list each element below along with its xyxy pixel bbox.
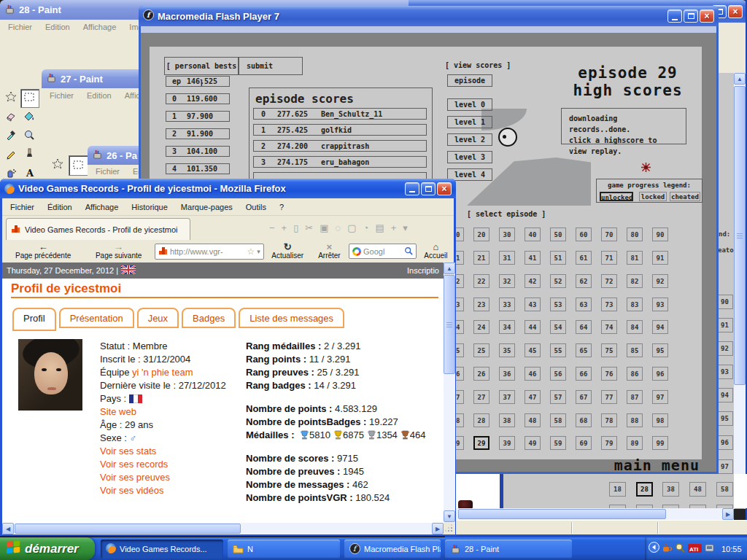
airbrush-tool-icon[interactable]	[4, 166, 18, 179]
episode-cell-68[interactable]: 68	[576, 413, 592, 427]
episode-cell-40[interactable]: 40	[525, 228, 541, 241]
main-menu-button[interactable]: main menu	[527, 456, 700, 472]
episode-cell-71[interactable]: 71	[601, 251, 617, 265]
episode-cell-92[interactable]: 92	[716, 341, 733, 356]
submit-button[interactable]: submit	[239, 57, 303, 75]
episode-cell-55[interactable]: 55	[550, 343, 566, 357]
tab-présentation[interactable]: Présentation	[59, 308, 134, 328]
episode-cell-35[interactable]: 35	[499, 343, 515, 357]
episode-cell-32[interactable]: 32	[499, 274, 515, 288]
picker-tool-icon[interactable]	[4, 128, 18, 141]
episode-cell-93[interactable]: 93	[652, 298, 668, 311]
episode-cell-70[interactable]: 70	[601, 228, 617, 241]
legend-cheated[interactable]: cheated	[670, 192, 700, 201]
episode-cell-24[interactable]: 24	[473, 320, 489, 334]
select-tool-icon[interactable]	[71, 158, 85, 171]
episode-cell-92[interactable]: 92	[652, 274, 668, 288]
episode-cell-72[interactable]: 72	[601, 274, 617, 288]
episode-score-row[interactable]: 1275.425golfkid	[253, 124, 427, 136]
taskbar-task-3[interactable]: fMacromedia Flash Pla...	[344, 540, 441, 559]
start-button[interactable]: démarrer	[0, 537, 95, 560]
menu-item-fichier[interactable]: Fichier	[89, 166, 126, 177]
episode-cell-74[interactable]: 74	[601, 320, 617, 334]
site-inscription-link[interactable]: Inscriptio	[407, 266, 439, 275]
url-text[interactable]: http://www.vgr-	[170, 247, 245, 256]
winb-scroll-right-icon[interactable]: ▶	[722, 508, 734, 520]
taskbar-task-1[interactable]: Video Games Records...	[101, 540, 223, 559]
episode-cell-64[interactable]: 64	[576, 320, 592, 334]
episode-score-row[interactable]: 2274.200crappitrash	[253, 140, 427, 152]
episode-cell-46[interactable]: 46	[525, 367, 541, 381]
episode-cell-30[interactable]: 30	[499, 228, 515, 241]
episode-cell-48[interactable]: 48	[689, 482, 706, 497]
menu-item-dition[interactable]: Édition	[41, 201, 79, 213]
bookmark-star-icon[interactable]: ☆	[247, 246, 255, 257]
episode-cell-97[interactable]: 97	[652, 390, 668, 404]
menu-item-fichier[interactable]: Fichier	[1, 21, 39, 33]
episode-cell-45[interactable]: 45	[525, 343, 541, 357]
episode-cell-61[interactable]: 61	[576, 251, 592, 265]
episode-cell-31[interactable]: 31	[499, 251, 515, 265]
print-icon[interactable]: ▤	[375, 222, 384, 233]
episode-cell-89[interactable]: 89	[627, 436, 643, 450]
episode-cell-78[interactable]: 78	[601, 413, 617, 427]
dropdown-icon[interactable]: ▾	[403, 222, 408, 233]
reload-button[interactable]: ↻Actualiser	[266, 242, 310, 260]
ff-resize-grip[interactable]	[444, 523, 455, 534]
episode-cell-42[interactable]: 42	[525, 274, 541, 288]
flash-maximize-button[interactable]	[684, 9, 698, 23]
episode-cell-44[interactable]: 44	[525, 320, 541, 334]
episode-cell-88[interactable]: 88	[627, 413, 643, 427]
search-text[interactable]: Googl	[363, 247, 402, 256]
episode-cell-85[interactable]: 85	[627, 343, 643, 357]
ff-hscroll-thumb[interactable]	[15, 524, 241, 534]
menu-item-marquepages[interactable]: Marque-pages	[174, 201, 239, 213]
episode-cell-59[interactable]: 59	[550, 436, 566, 450]
episode-cell-76[interactable]: 76	[601, 367, 617, 381]
menu-item-affichage[interactable]: Affichage	[77, 21, 123, 33]
tab-badges[interactable]: Badges	[182, 308, 236, 328]
episode-cell-26[interactable]: 26	[473, 367, 489, 381]
episode-cell-69[interactable]: 69	[576, 436, 592, 450]
episode-cell-75[interactable]: 75	[601, 343, 617, 357]
taskbar-task-4[interactable]: 28 - Paint	[445, 540, 572, 559]
taskbar-task-2[interactable]: N	[228, 540, 340, 559]
brush-tool-icon[interactable]	[23, 147, 36, 160]
info-link[interactable]: Voir ses stats	[100, 446, 156, 456]
episode-cell-93[interactable]: 93	[716, 365, 733, 379]
episode-score-row[interactable]: 3274.175eru_bahagon	[253, 156, 427, 168]
info-link[interactable]: yi 'n phie team	[132, 367, 193, 378]
tab-profil[interactable]: Profil	[12, 308, 56, 331]
episode-cell-58[interactable]: 58	[550, 413, 566, 427]
episode-cell-43[interactable]: 43	[525, 298, 541, 311]
episode-cell-33[interactable]: 33	[499, 298, 515, 311]
episode-cell-58[interactable]: 58	[716, 482, 733, 497]
episode-cell-23[interactable]: 23	[473, 298, 489, 311]
episode-cell-66[interactable]: 66	[576, 367, 592, 381]
new-window-icon[interactable]: ▢	[347, 222, 356, 233]
episode-cell-94[interactable]: 94	[652, 320, 668, 334]
ati-icon[interactable]: ATI	[688, 542, 702, 556]
episode-cell-38[interactable]: 38	[499, 413, 515, 427]
menu-item-?[interactable]: ?	[273, 201, 290, 213]
episode-cell-34[interactable]: 34	[499, 320, 515, 334]
plus-icon[interactable]: +	[391, 222, 397, 233]
url-bar[interactable]: http://www.vgr- ☆ ▾	[155, 244, 264, 260]
episode-cell-63[interactable]: 63	[576, 298, 592, 311]
firefox-close-button[interactable]: ×	[437, 182, 452, 195]
free-select-tool-icon[interactable]	[51, 158, 64, 171]
episode-cell-49[interactable]: 49	[525, 436, 541, 450]
ff-scroll-left-icon[interactable]: ◀	[2, 523, 14, 534]
episode-cell-25[interactable]: 25	[473, 343, 489, 357]
view-level-3-button[interactable]: level 3	[447, 151, 492, 163]
episode-cell-28[interactable]: 28	[636, 482, 653, 497]
firefox-minimize-button[interactable]	[405, 182, 419, 195]
episode-cell-90[interactable]: 90	[716, 295, 733, 309]
view-level-2-button[interactable]: level 2	[447, 133, 492, 146]
menu-item-outils[interactable]: Outils	[239, 201, 273, 213]
stop-button[interactable]: ×Arrêter	[311, 242, 347, 260]
episode-cell-86[interactable]: 86	[627, 367, 643, 381]
episode-cell-60[interactable]: 60	[576, 228, 592, 241]
episode-cell-54[interactable]: 54	[550, 320, 566, 334]
view-level-0-button[interactable]: level 0	[447, 98, 492, 111]
